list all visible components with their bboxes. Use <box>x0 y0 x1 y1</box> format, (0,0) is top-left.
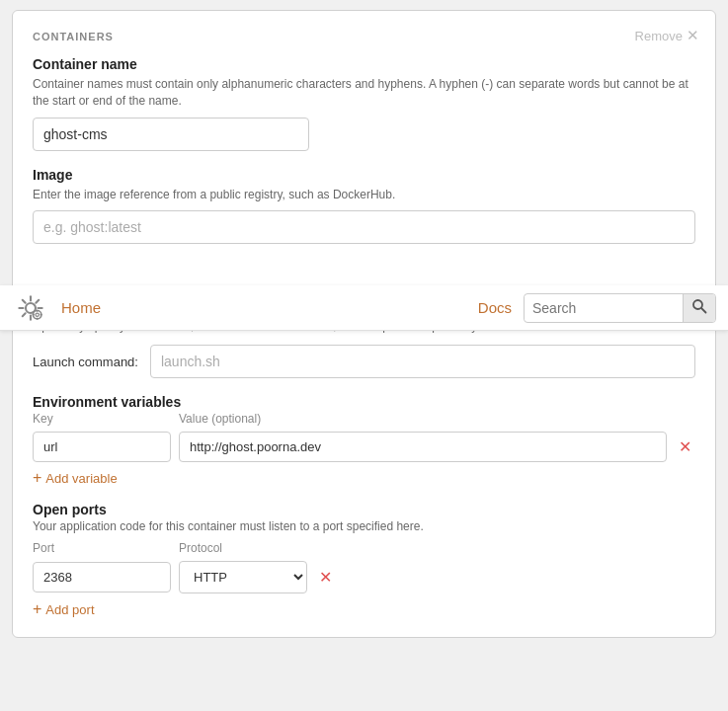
env-key-col: Key <box>33 412 171 426</box>
section-label: CONTAINERS <box>33 31 695 42</box>
add-variable-icon: + <box>33 470 41 486</box>
svg-line-5 <box>23 299 26 302</box>
add-variable-button[interactable]: + Add variable <box>33 470 118 486</box>
env-value-input[interactable] <box>179 432 667 462</box>
container-name-hint: Container names must contain only alphan… <box>33 76 695 110</box>
container-name-group: Container name Container names must cont… <box>33 56 695 151</box>
env-delete-button[interactable]: ✕ <box>675 434 695 460</box>
ports-hint: Your application code for this container… <box>33 519 695 533</box>
add-variable-label: Add variable <box>45 471 117 486</box>
svg-line-8 <box>23 313 26 316</box>
remove-icon: ✕ <box>687 27 699 44</box>
port-row: HTTP HTTPS TCP UDP ✕ <box>33 561 695 593</box>
svg-line-7 <box>36 299 39 302</box>
image-hint: Enter the image reference from a public … <box>33 187 695 203</box>
delete-icon: ✕ <box>679 437 691 456</box>
remove-button[interactable]: Remove ✕ <box>635 27 699 44</box>
env-col-labels: Key Value (optional) <box>33 412 695 426</box>
ports-col-labels: Port Protocol <box>33 541 695 555</box>
advanced-section: Advanced configuration Optionally specif… <box>33 299 695 617</box>
port-input[interactable] <box>33 562 171 592</box>
add-port-button[interactable]: + Add port <box>33 601 95 617</box>
svg-line-16 <box>701 308 706 313</box>
container-name-input[interactable] <box>33 118 309 151</box>
image-label: Image <box>33 167 695 183</box>
port-col: Port <box>33 541 171 555</box>
add-port-label: Add port <box>45 602 94 617</box>
env-row: ✕ <box>33 432 695 462</box>
search-button[interactable] <box>683 293 715 323</box>
port-delete-icon: ✕ <box>319 568 332 587</box>
gear-icon <box>12 289 49 327</box>
ports-section: Open ports Your application code for thi… <box>33 502 695 617</box>
env-value-col: Value (optional) <box>179 412 695 426</box>
add-port-icon: + <box>33 601 41 617</box>
navbar-home-link[interactable]: Home <box>61 299 101 316</box>
search-icon <box>691 298 707 317</box>
env-section-label: Environment variables <box>33 394 695 410</box>
card-bottom-section: Advanced configuration Optionally specif… <box>13 279 715 637</box>
env-key-input[interactable] <box>33 432 171 462</box>
card-top-section: CONTAINERS Remove ✕ Container name Conta… <box>13 11 715 279</box>
launch-command-input[interactable] <box>150 345 695 378</box>
port-delete-button[interactable]: ✕ <box>315 564 336 591</box>
image-input[interactable] <box>33 210 695 244</box>
protocol-col: Protocol <box>179 541 307 555</box>
image-group: Image Enter the image reference from a p… <box>33 167 695 245</box>
navbar: Home Docs <box>0 285 728 331</box>
launch-command-row: Launch command: <box>33 345 695 378</box>
navbar-docs-link[interactable]: Docs <box>478 299 512 316</box>
protocol-select[interactable]: HTTP HTTPS TCP UDP <box>179 561 307 593</box>
remove-label: Remove <box>635 29 683 43</box>
ports-header: Open ports <box>33 502 695 517</box>
search-input[interactable] <box>525 296 683 320</box>
launch-command-label: Launch command: <box>33 355 138 369</box>
container-name-label: Container name <box>33 56 695 72</box>
search-wrapper <box>524 293 716 323</box>
env-section: Environment variables Key Value (optiona… <box>33 394 695 486</box>
